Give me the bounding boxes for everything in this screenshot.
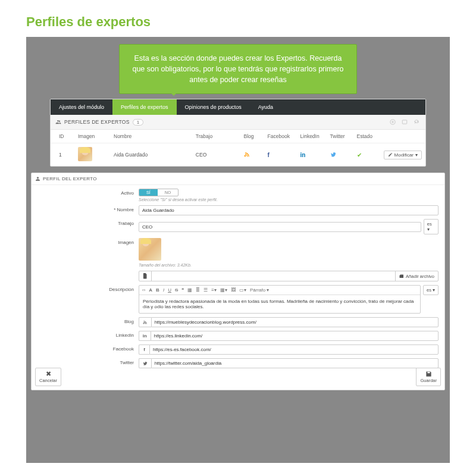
- file-upload-bar: Añadir archivo: [139, 271, 439, 281]
- table-row: 1 Aida Guardado CEO f in ✔ Modificar▾: [51, 143, 425, 167]
- form-header: PERFIL DEL EXPERTO: [32, 173, 444, 185]
- label-facebook: Facebook: [37, 345, 139, 352]
- color-icon[interactable]: ▦: [187, 287, 192, 293]
- count-badge: 1: [133, 119, 144, 126]
- save-icon: [425, 371, 432, 377]
- job-input[interactable]: [139, 222, 421, 232]
- underline-icon[interactable]: U: [168, 287, 171, 293]
- twitter-input[interactable]: [151, 358, 439, 368]
- col-job: Trabajo: [192, 130, 240, 143]
- check-icon: ✔: [357, 152, 362, 158]
- group-icon: [55, 119, 61, 125]
- image-preview: [139, 238, 161, 261]
- filesize-hint: Tamaño del archivo: 3.42Kb.: [139, 263, 439, 267]
- tab-expert-profiles[interactable]: Perfiles de expertos: [112, 99, 177, 115]
- page-title: Perfiles de expertos: [0, 0, 476, 37]
- video-icon[interactable]: ▭▾: [239, 287, 246, 293]
- reload-icon[interactable]: [412, 118, 421, 126]
- label-job: Trabajo: [37, 219, 139, 226]
- rss-icon: [244, 152, 261, 158]
- label-name: * Nombre: [37, 205, 139, 212]
- rte-toolbar[interactable]: ‹› A B I U S ❝ ▦ ≣ ☰ ≡▾ ▦▾ 🖼: [139, 286, 420, 295]
- avatar: [78, 147, 92, 161]
- file-icon: [139, 271, 152, 281]
- name-input[interactable]: [139, 205, 439, 215]
- ul-icon[interactable]: ≣: [196, 287, 200, 293]
- cell-name: Aida Guardado: [110, 143, 192, 167]
- label-linkedin: LinkedIn: [37, 331, 139, 338]
- strike-icon[interactable]: S: [175, 287, 178, 293]
- save-button[interactable]: Guardar: [416, 368, 441, 386]
- blog-input[interactable]: [151, 317, 439, 327]
- modify-button[interactable]: Modificar▾: [384, 151, 422, 159]
- col-name: Nombre: [110, 130, 192, 143]
- linkedin-icon: in: [300, 152, 306, 158]
- quote-icon[interactable]: ❝: [181, 287, 184, 293]
- lang-selector-job[interactable]: es ▾: [424, 219, 439, 234]
- experts-list-panel: Ajustes del módulo Perfiles de expertos …: [50, 99, 426, 167]
- col-blog: Blog: [240, 130, 264, 143]
- bold-icon[interactable]: A: [149, 287, 152, 293]
- cell-id: 1: [51, 143, 74, 167]
- tab-product-reviews[interactable]: Opiniones de productos: [177, 99, 250, 115]
- twitter-prefix-icon: [139, 358, 151, 368]
- cancel-button[interactable]: ✖ Cancelar: [35, 368, 61, 386]
- info-tooltip: Esta es la sección donde puedes crear lo…: [119, 44, 357, 94]
- table-icon[interactable]: ▦▾: [220, 287, 227, 293]
- bold-b-icon[interactable]: B: [156, 287, 159, 293]
- label-blog: Blog: [37, 317, 139, 324]
- image-icon[interactable]: 🖼: [231, 287, 236, 293]
- label-image: Imagen: [37, 238, 139, 245]
- rss-prefix-icon: [139, 317, 151, 327]
- list-header: PERFILES DE EXPERTOS 1: [51, 115, 425, 130]
- label-twitter: Twitter: [37, 358, 139, 365]
- facebook-icon: f: [268, 152, 270, 158]
- add-file-button[interactable]: Añadir archivo: [395, 271, 438, 281]
- refresh-icon[interactable]: [400, 118, 409, 126]
- tab-bar: Ajustes del módulo Perfiles de expertos …: [51, 99, 425, 115]
- cell-job: CEO: [192, 143, 240, 167]
- linkedin-prefix-icon: in: [139, 331, 151, 341]
- col-image: Imagen: [74, 130, 110, 143]
- active-toggle[interactable]: SÍ NO: [139, 189, 178, 196]
- facebook-prefix-icon: f: [139, 345, 149, 355]
- add-icon[interactable]: [389, 118, 397, 126]
- description-text[interactable]: Periodista y redactora apasionada de la …: [139, 295, 420, 313]
- col-twitter: Twitter: [327, 130, 353, 143]
- font-select[interactable]: Párrafo ▾: [250, 287, 269, 293]
- twitter-icon: [330, 152, 350, 158]
- tab-module-settings[interactable]: Ajustes del módulo: [51, 99, 112, 115]
- linkedin-input[interactable]: [151, 331, 439, 341]
- tab-help[interactable]: Ayuda: [250, 99, 281, 115]
- col-id: ID: [51, 130, 74, 143]
- person-icon: [35, 176, 40, 181]
- facebook-input[interactable]: [149, 345, 439, 355]
- experts-table: ID Imagen Nombre Trabajo Blog Facebook L…: [51, 130, 425, 166]
- label-description: Descripción: [37, 285, 139, 292]
- expert-form-panel: PERFIL DEL EXPERTO Activo SÍ NO Seleccio…: [31, 173, 445, 390]
- lang-selector-desc[interactable]: es ▾: [423, 285, 439, 295]
- close-icon: ✖: [46, 371, 51, 377]
- col-status: Estado: [353, 130, 380, 143]
- ol-icon[interactable]: ☰: [203, 287, 208, 293]
- list-title: PERFILES DE EXPERTOS: [64, 119, 130, 125]
- align-icon[interactable]: ≡▾: [211, 287, 217, 293]
- label-active: Activo: [37, 189, 139, 196]
- italic-icon[interactable]: I: [163, 287, 164, 293]
- svg-rect-1: [402, 120, 407, 124]
- col-facebook: Facebook: [264, 130, 297, 143]
- col-linkedin: LinkedIn: [297, 130, 327, 143]
- source-icon[interactable]: ‹›: [142, 287, 145, 293]
- stage: Esta es la sección donde puedes crear lo…: [26, 37, 450, 463]
- rich-text-editor[interactable]: ‹› A B I U S ❝ ▦ ≣ ☰ ≡▾ ▦▾ 🖼: [139, 285, 421, 314]
- active-hint: Seleccione "Sí" si desea activar este pe…: [139, 198, 439, 202]
